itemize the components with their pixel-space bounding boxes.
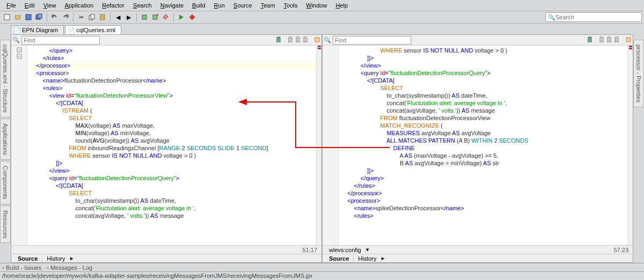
separator — [310, 36, 313, 44]
svg-rect-3 — [38, 14, 42, 18]
find-input[interactable] — [333, 36, 411, 45]
code-line: </processor> — [341, 189, 627, 197]
editor-tab-history[interactable]: History — [354, 255, 381, 262]
minimap[interactable] — [627, 46, 633, 245]
editor-left: 🔍 </query> </r — [11, 34, 322, 263]
copy-icon[interactable] — [87, 12, 97, 22]
code-line: <![CDATA[ — [30, 182, 316, 189]
code-line: A AS (maxVoltage - avgVoltage) >= 5, — [341, 152, 627, 159]
debug-icon[interactable] — [187, 12, 197, 22]
code-line: </processor> — [30, 62, 316, 69]
menu-source[interactable]: Source — [229, 1, 257, 10]
global-search[interactable]: 🔍 — [545, 12, 642, 22]
code-line: </rules> — [341, 182, 627, 189]
file-icon: 📄 — [68, 27, 74, 34]
menu-search[interactable]: Search — [129, 1, 156, 10]
dock-tab-build-issues[interactable]: ▫ Build - Issues — [2, 264, 41, 271]
menu-refactor[interactable]: Refactor — [98, 1, 129, 10]
bookmark-next-icon[interactable] — [606, 36, 612, 44]
code-folding-icon[interactable] — [625, 36, 632, 44]
code-line: MAX(voltage) AS maxVoltage, — [30, 122, 316, 129]
code-line: FROM fluctuationDetectionProcessorView — [341, 114, 627, 122]
bookmark-toggle-icon[interactable] — [275, 36, 282, 44]
code-line: <name>spikeDetectionProcessor</name> — [341, 204, 627, 212]
chevron-down-icon[interactable]: ▾ — [366, 246, 369, 253]
forward-icon[interactable]: ▶ — [124, 12, 134, 22]
new-icon[interactable] — [2, 12, 12, 22]
bookmark-prev-icon[interactable] — [598, 36, 605, 44]
code-line: ]]> — [30, 159, 316, 167]
right-side-tabs: processor - Properties — [633, 34, 644, 263]
back-icon[interactable]: ◀ — [113, 12, 123, 22]
code-line: round(AVG(voltage)) AS avgVoltage — [30, 137, 316, 144]
dock-tab-messages-log[interactable]: ▫ Messages - Log — [47, 264, 92, 271]
bookmark-toggle-icon[interactable] — [587, 36, 593, 44]
side-tab-resources[interactable]: Resources — [0, 205, 11, 244]
code-folding-icon[interactable] — [314, 36, 320, 44]
menu-team[interactable]: Team — [257, 1, 280, 10]
code-line: ALL MATCHES PATTERN (A B) WITHIN 2 SECON… — [341, 137, 627, 144]
side-tab-components[interactable]: Components — [0, 161, 11, 204]
tab-epn-diagram[interactable]: 📄EPN Diagram — [11, 25, 64, 34]
code-line: SELECT — [341, 84, 627, 92]
separator — [47, 13, 47, 21]
search-input[interactable] — [555, 14, 639, 20]
save-icon[interactable] — [24, 12, 33, 22]
bookmark-next-icon[interactable] — [295, 36, 301, 44]
search-icon: 🔍 — [324, 36, 331, 44]
find-input[interactable] — [21, 36, 100, 45]
gutter[interactable] — [323, 46, 339, 245]
open-icon[interactable] — [13, 12, 23, 22]
menu-edit[interactable]: Edit — [20, 1, 39, 10]
side-tab-applications[interactable]: Applications — [0, 119, 11, 160]
svg-rect-11 — [315, 38, 319, 42]
editor-tab-source[interactable]: Source — [13, 255, 42, 262]
cut-icon[interactable]: ✂ — [76, 12, 86, 22]
find-bar: 🔍 — [11, 35, 321, 46]
code-line: </rules> — [30, 54, 316, 62]
clean-icon[interactable] — [161, 12, 171, 22]
code-line: MEASURES avgVoltage AS avgVoltage — [341, 129, 627, 137]
menu-tools[interactable]: Tools — [280, 1, 302, 10]
code-line: <view id="fluctuationDetectionProcessorV… — [30, 92, 316, 99]
bookmark-list-icon[interactable] — [302, 36, 309, 44]
file-icon: 📄 — [13, 27, 20, 34]
menu-run[interactable]: Run — [210, 1, 229, 10]
menu-help[interactable]: Help — [331, 1, 352, 10]
code-line: </view> — [30, 167, 316, 174]
chevron-right-icon[interactable]: ▸ — [70, 255, 74, 262]
cursor-position: 51:17 — [302, 247, 319, 253]
menu-window[interactable]: Window — [302, 1, 331, 10]
menu-view[interactable]: View — [39, 1, 61, 10]
side-tab-label: processor - Properties — [635, 45, 642, 102]
code-text[interactable]: </query> </rules> </processor> <processo… — [27, 46, 316, 245]
rebuild-icon[interactable] — [150, 12, 160, 22]
bookmark-list-icon[interactable] — [613, 36, 620, 44]
save-all-icon[interactable] — [34, 12, 44, 22]
menu-application[interactable]: Application — [60, 1, 98, 10]
menu-navigate[interactable]: Navigate — [156, 1, 188, 10]
breadcrumb[interactable]: wlevs:config — [325, 246, 366, 254]
run-icon[interactable] — [177, 12, 186, 22]
menu-file[interactable]: File — [2, 1, 20, 10]
build-icon[interactable] — [140, 12, 149, 22]
editor-tab-source[interactable]: Source — [325, 255, 354, 262]
redo-icon[interactable] — [61, 12, 70, 22]
code-text[interactable]: WHERE sensor IS NOT NULL AND voltage > 0… — [339, 46, 627, 245]
side-tab-cqlqueries-xml-structure[interactable]: cqlQueries.xml - Structure — [0, 40, 11, 117]
code-line: SELECT — [30, 189, 316, 197]
tab-cqlqueries-xml[interactable]: 📄cqlQueries.xml — [65, 25, 121, 34]
chevron-right-icon[interactable]: ▸ — [382, 255, 385, 262]
side-tab-processor-properties[interactable]: processor - Properties — [633, 40, 644, 107]
gutter[interactable] — [11, 46, 27, 245]
undo-icon[interactable] — [50, 12, 60, 22]
side-tab-label: Components — [2, 166, 9, 199]
bookmark-prev-icon[interactable] — [287, 36, 294, 44]
svg-rect-1 — [26, 14, 31, 20]
menu-build[interactable]: Build — [188, 1, 209, 10]
code-line: to_char(systimestamp()) AS dateTime, — [30, 197, 316, 204]
editor-right: 🔍 WHERE sensor IS NOT NULL AND voltage > — [322, 34, 633, 263]
paste-icon[interactable] — [98, 12, 107, 22]
editor-tab-history[interactable]: History — [42, 255, 70, 262]
minimap[interactable] — [316, 46, 321, 245]
